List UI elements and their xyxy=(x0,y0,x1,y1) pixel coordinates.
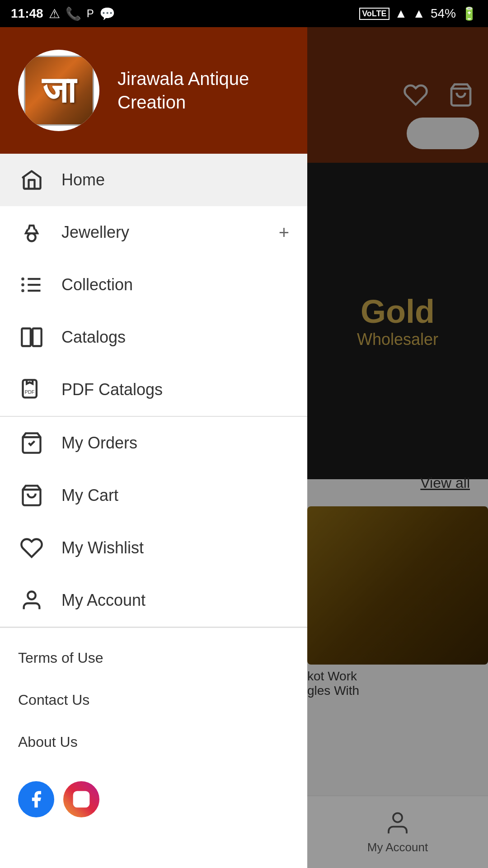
wifi-icon: ▲ xyxy=(395,6,408,21)
menu-item-my-cart[interactable]: My Cart xyxy=(0,469,307,522)
status-time: 11:48 xyxy=(11,6,43,21)
status-bar: 11:48 ⚠ 📞 P 💬 VoLTE ▲ ▲ 54% 🔋 xyxy=(0,0,488,27)
menu-cart-label: My Cart xyxy=(61,486,289,505)
whatsapp-icon: 💬 xyxy=(99,6,115,21)
menu-home-label: Home xyxy=(61,170,289,189)
menu-collection-label: Collection xyxy=(61,275,289,294)
menu-item-collection[interactable]: Collection xyxy=(0,259,307,311)
menu-item-my-orders[interactable]: My Orders xyxy=(0,417,307,469)
status-left: 11:48 ⚠ 📞 P 💬 xyxy=(11,6,115,21)
menu-item-jewellery[interactable]: Jewellery + xyxy=(0,206,307,259)
battery-icon: 🔋 xyxy=(461,6,477,21)
warning-icon: ⚠ xyxy=(49,6,60,21)
navigation-drawer: जा Jirawala Antique Creation Home xyxy=(0,27,307,868)
menu-wishlist-label: My Wishlist xyxy=(61,538,289,557)
orders-icon xyxy=(18,429,45,457)
menu-pdf-catalogs-label: PDF Catalogs xyxy=(61,380,289,399)
menu-item-home[interactable]: Home xyxy=(0,154,307,206)
drawer-menu: Home Jewellery + xyxy=(0,154,307,868)
cart-icon xyxy=(18,482,45,509)
svg-point-2 xyxy=(28,233,35,241)
phone-icon: 📞 xyxy=(66,6,81,21)
battery-text: 54% xyxy=(431,6,456,21)
menu-jewellery-label: Jewellery xyxy=(61,223,263,242)
svg-rect-12 xyxy=(33,329,42,346)
pdf-icon: PDF xyxy=(18,376,45,403)
svg-text:PDF: PDF xyxy=(25,389,35,395)
app-logo-container: जा xyxy=(18,50,99,131)
home-icon xyxy=(18,166,45,193)
wishlist-icon xyxy=(18,534,45,561)
svg-point-19 xyxy=(28,592,35,599)
menu-section-account: My Orders My Cart My W xyxy=(0,417,307,627)
status-right: VoLTE ▲ ▲ 54% 🔋 xyxy=(359,6,477,21)
svg-rect-20 xyxy=(73,791,90,808)
menu-item-catalogs[interactable]: Catalogs xyxy=(0,311,307,363)
menu-account-label: My Account xyxy=(61,591,289,610)
menu-item-my-wishlist[interactable]: My Wishlist xyxy=(0,522,307,574)
volte-badge: VoLTE xyxy=(359,8,389,20)
catalogs-icon xyxy=(18,324,45,351)
app-logo-text: जा xyxy=(42,70,75,112)
menu-catalogs-label: Catalogs xyxy=(61,328,289,347)
terms-link[interactable]: Terms of Use xyxy=(0,637,307,679)
drawer-footer: Terms of Use Contact Us About Us xyxy=(0,627,307,772)
collection-icon xyxy=(18,271,45,298)
jewellery-expand-icon[interactable]: + xyxy=(279,222,289,243)
svg-point-8 xyxy=(22,278,23,279)
menu-item-my-account[interactable]: My Account xyxy=(0,574,307,627)
svg-point-9 xyxy=(22,284,23,285)
menu-item-pdf-catalogs[interactable]: PDF PDF Catalogs xyxy=(0,363,307,416)
svg-point-10 xyxy=(22,290,23,291)
drawer-header: जा Jirawala Antique Creation xyxy=(0,27,307,154)
facebook-button[interactable] xyxy=(18,781,54,817)
jewellery-icon xyxy=(18,219,45,246)
about-link[interactable]: About Us xyxy=(0,721,307,763)
parking-icon: P xyxy=(87,7,94,20)
signal-icon: ▲ xyxy=(413,6,425,21)
app-title: Jirawala Antique Creation xyxy=(117,67,289,114)
menu-section-main: Home Jewellery + xyxy=(0,154,307,416)
app-logo: जा xyxy=(24,56,94,126)
social-section xyxy=(0,772,307,835)
instagram-button[interactable] xyxy=(63,781,99,817)
menu-orders-label: My Orders xyxy=(61,434,289,453)
svg-rect-11 xyxy=(22,329,31,346)
contact-link[interactable]: Contact Us xyxy=(0,679,307,721)
account-icon xyxy=(18,587,45,614)
